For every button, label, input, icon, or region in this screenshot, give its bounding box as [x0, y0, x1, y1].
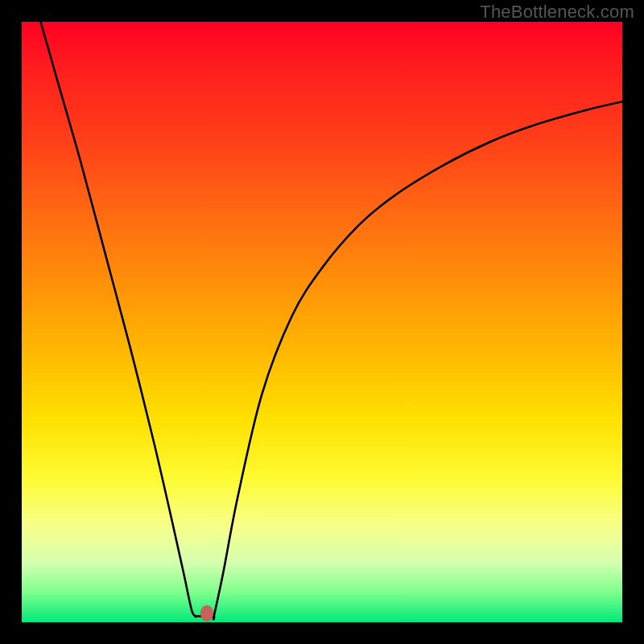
optimum-marker-dot	[200, 605, 213, 621]
watermark-label: TheBottleneck.com	[480, 2, 634, 23]
chart-container: TheBottleneck.com	[0, 0, 644, 644]
bottleneck-curve	[34, 22, 622, 619]
curve-svg	[22, 22, 622, 622]
